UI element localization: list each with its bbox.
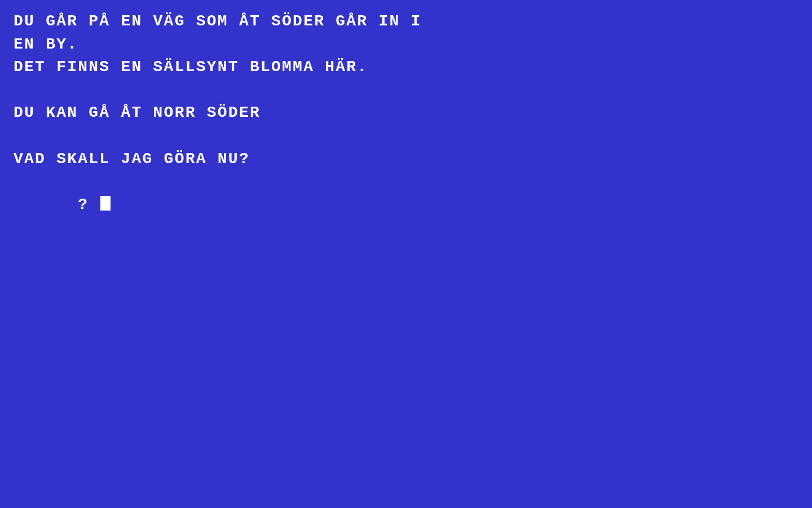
- line-5: VAD SKALL JAG GÖRA NU?: [14, 148, 798, 171]
- prompt-symbol: ?: [78, 196, 99, 213]
- game-screen: DU GÅR PÅ EN VÄG SOM ÅT SÖDER GÅR IN I E…: [0, 0, 812, 508]
- game-text: DU GÅR PÅ EN VÄG SOM ÅT SÖDER GÅR IN I E…: [14, 10, 798, 239]
- line-4: DU KAN GÅ ÅT NORR SÖDER: [14, 102, 798, 125]
- line-1: DU GÅR PÅ EN VÄG SOM ÅT SÖDER GÅR IN I: [14, 10, 798, 33]
- blank-line-2: [14, 125, 798, 148]
- cursor: [100, 196, 111, 211]
- line-2: EN BY.: [14, 33, 798, 56]
- line-3: DET FINNS EN SÄLLSYNT BLOMMA HÄR.: [14, 56, 798, 79]
- blank-line-1: [14, 79, 798, 102]
- prompt-line[interactable]: ?: [14, 170, 798, 239]
